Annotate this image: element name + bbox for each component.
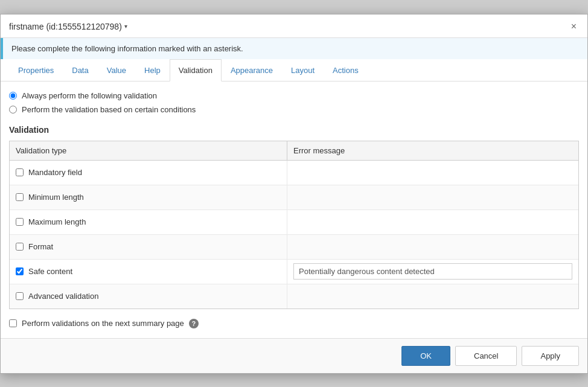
tabs-bar: Properties Data Value Help Validation Ap… [1, 59, 587, 82]
row-message-advanced [287, 293, 578, 300]
row-type-advanced: Advanced validation [10, 284, 287, 309]
input-safecontent[interactable] [293, 263, 572, 280]
label-advanced: Advanced validation [28, 292, 98, 301]
label-format: Format [28, 242, 53, 251]
label-maxlength: Maximum length [28, 217, 86, 226]
dialog-body: Always perform the following validation … [1, 82, 587, 338]
tab-help[interactable]: Help [135, 59, 170, 82]
dialog: firstname (id:1555512120798) ▾ × Please … [0, 14, 588, 374]
title-text: firstname (id:1555512120798) [9, 22, 122, 31]
row-type-safecontent: Safe content [10, 260, 287, 284]
tab-properties[interactable]: Properties [9, 59, 63, 82]
radio-conditional-input[interactable] [9, 106, 17, 114]
row-type-maxlength: Maximum length [10, 210, 287, 234]
radio-group: Always perform the following validation … [9, 91, 579, 114]
label-safecontent: Safe content [28, 267, 72, 276]
alert-message: Please complete the following informatio… [11, 44, 243, 53]
summary-label: Perform validations on the next summary … [22, 319, 184, 328]
close-button[interactable]: × [569, 21, 579, 33]
table-row: Minimum length [10, 185, 578, 210]
row-type-minlength: Minimum length [10, 185, 287, 209]
radio-always[interactable]: Always perform the following validation [9, 91, 579, 100]
row-message-safecontent [287, 260, 578, 283]
tab-actions[interactable]: Actions [324, 59, 368, 82]
tab-appearance[interactable]: Appearance [222, 59, 282, 82]
radio-always-label: Always perform the following validation [22, 91, 157, 100]
row-message-maxlength [287, 219, 578, 226]
radio-always-input[interactable] [9, 92, 17, 100]
help-icon[interactable]: ? [189, 319, 199, 328]
dialog-title: firstname (id:1555512120798) ▾ [9, 22, 127, 31]
tab-validation[interactable]: Validation [170, 59, 222, 82]
row-message-minlength [287, 194, 578, 201]
tab-value[interactable]: Value [98, 59, 135, 82]
row-type-mandatory: Mandatory field [10, 161, 287, 185]
summary-row: Perform validations on the next summary … [9, 319, 579, 328]
radio-conditional[interactable]: Perform the validation based on certain … [9, 105, 579, 114]
checkbox-advanced[interactable] [16, 292, 24, 300]
table-row: Advanced validation [10, 284, 578, 309]
row-message-format [287, 243, 578, 251]
tab-data[interactable]: Data [63, 59, 97, 82]
header-message: Error message [287, 141, 578, 160]
radio-conditional-label: Perform the validation based on certain … [22, 105, 196, 114]
validation-table: Validation type Error message Mandatory … [9, 141, 579, 309]
table-row: Safe content [10, 260, 578, 284]
checkbox-summary[interactable] [9, 319, 17, 327]
section-title: Validation [9, 125, 579, 135]
tab-layout[interactable]: Layout [282, 59, 324, 82]
label-mandatory: Mandatory field [28, 168, 82, 177]
title-dropdown-icon[interactable]: ▾ [124, 23, 127, 30]
cancel-button[interactable]: Cancel [455, 346, 517, 366]
checkbox-mandatory[interactable] [16, 168, 24, 176]
checkbox-format[interactable] [16, 243, 24, 251]
table-row: Maximum length [10, 210, 578, 235]
apply-button[interactable]: Apply [522, 346, 579, 366]
table-row: Mandatory field [10, 161, 578, 185]
checkbox-minlength[interactable] [16, 193, 24, 201]
ok-button[interactable]: OK [401, 346, 450, 366]
table-row: Format [10, 235, 578, 260]
table-header: Validation type Error message [10, 141, 578, 161]
alert-banner: Please complete the following informatio… [1, 38, 587, 59]
label-minlength: Minimum length [28, 193, 84, 202]
checkbox-maxlength[interactable] [16, 218, 24, 226]
checkbox-safecontent[interactable] [16, 267, 24, 275]
header-type: Validation type [10, 141, 287, 160]
dialog-header: firstname (id:1555512120798) ▾ × [1, 14, 587, 38]
row-message-mandatory [287, 169, 578, 176]
dialog-footer: OK Cancel Apply [1, 338, 587, 373]
row-type-format: Format [10, 235, 287, 259]
